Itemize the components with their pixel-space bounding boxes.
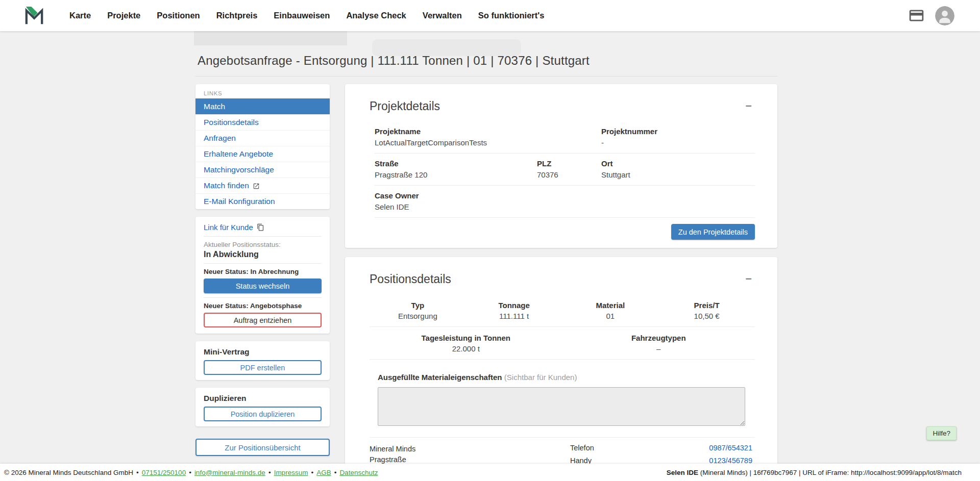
copy-icon: [257, 223, 264, 231]
sidebar-item-email-konfiguration[interactable]: E-Mail Konfiguration: [195, 193, 330, 209]
current-status-label: Aktueller Positionsstatus:: [204, 241, 322, 248]
sidebar-item-label: Erhaltene Angebote: [204, 149, 273, 159]
nav-item-positionen[interactable]: Positionen: [157, 11, 200, 20]
sidebar-item-match-finden[interactable]: Match finden: [195, 178, 330, 193]
external-link-icon: [253, 183, 260, 190]
preis-value: 10,50 €: [658, 312, 755, 320]
current-status-value: In Abwicklung: [204, 250, 322, 259]
footer-agb-link[interactable]: AGB: [316, 469, 331, 476]
status-card: Link für Kunde Aktueller Positionsstatus…: [195, 217, 330, 334]
sidebar-item-label: Match finden: [204, 181, 249, 190]
duplizieren-title: Duplizieren: [204, 394, 322, 403]
plz-value: 70376: [537, 170, 601, 179]
nav-item-projekte[interactable]: Projekte: [107, 11, 140, 20]
material-properties-hint: (Sichtbar für Kunden): [504, 373, 577, 382]
sidebar-item-anfragen[interactable]: Anfragen: [195, 130, 330, 146]
projektnummer-label: Projektnummer: [601, 127, 755, 136]
footer-impressum-link[interactable]: Impressum: [274, 469, 308, 476]
telefon-label: Telefon: [570, 444, 594, 452]
mineral-minds-logo-icon: [23, 6, 45, 26]
nav-item-verwalten[interactable]: Verwalten: [423, 11, 462, 20]
sidebar-item-label: E-Mail Konfiguration: [204, 197, 275, 206]
sidebar-item-match[interactable]: Match: [195, 98, 330, 114]
next-status-section-1: Neuer Status: In Abrechnung Status wechs…: [204, 264, 322, 298]
collapse-icon[interactable]: −: [742, 99, 755, 113]
customer-link[interactable]: Link für Kunde: [204, 222, 322, 237]
sidebar-item-label: Matchingvorschläge: [204, 165, 274, 174]
header-actions: [908, 6, 954, 26]
footer-separator: •: [334, 469, 337, 476]
positionsdetails-card: Positionsdetails − Typ Entsorgung Tonnag…: [345, 257, 777, 481]
footer-separator: •: [268, 469, 271, 476]
fahrzeugtypen-value: –: [562, 344, 755, 353]
auftrag-entziehen-button[interactable]: Auftrag entziehen: [204, 313, 322, 327]
tagesleistung-label: Tagesleistung in Tonnen: [370, 334, 562, 342]
fahrzeugtypen-label: Fahrzeugtypen: [562, 334, 755, 342]
help-button[interactable]: Hilfe?: [926, 426, 957, 440]
sidebar-item-positionsdetails[interactable]: Positionsdetails: [195, 114, 330, 130]
position-row-2: Tagesleistung in Tonnen 22.000 t Fahrzeu…: [370, 327, 755, 360]
case-owner-value: Selen IDE: [375, 202, 755, 211]
page-title-wrap: Angebotsanfrage - Entsorgung | 111.111 T…: [195, 31, 777, 77]
material-value: 01: [562, 312, 659, 320]
current-status-section: Aktueller Positionsstatus: In Abwicklung: [204, 237, 322, 264]
billing-card-icon[interactable]: [908, 7, 925, 24]
footer: © 2026 Mineral Minds Deutschland GmbH • …: [0, 464, 980, 481]
mini-vertrag-card: Mini-Vertrag PDF erstellen: [195, 341, 330, 380]
projektname-label: Projektname: [375, 127, 601, 136]
links-header: LINKS: [195, 87, 330, 98]
nav-item-so-funktionierts[interactable]: So funktioniert's: [478, 11, 545, 20]
projektname-value: LotActualTargetComparisonTests: [375, 138, 601, 147]
footer-session-info: Selen IDE (Mineral Minds) | 16f769bc7967…: [667, 469, 962, 476]
footer-separator: •: [311, 469, 313, 476]
material-properties-textarea[interactable]: [378, 387, 745, 426]
nav-item-einbauweisen[interactable]: Einbauweisen: [274, 11, 330, 20]
ort-label: Ort: [601, 159, 755, 168]
status-wechseln-button[interactable]: Status wechseln: [204, 279, 322, 293]
projektnummer-value: -: [601, 138, 755, 147]
typ-label: Typ: [370, 301, 466, 310]
sidebar-item-label: Match: [204, 102, 225, 111]
typ-value: Entsorgung: [370, 312, 466, 320]
footer-phone-link[interactable]: 07151/250100: [142, 469, 186, 476]
strasse-label: Straße: [375, 159, 537, 168]
customer-link-label: Link für Kunde: [204, 223, 253, 232]
nav-item-analyse-check[interactable]: Analyse Check: [346, 11, 406, 20]
top-nav-bar: Karte Projekte Positionen Richtpreis Ein…: [0, 0, 980, 31]
session-details: (Mineral Minds) | 16f769bc7967 | URL of …: [698, 469, 962, 476]
next-status-label-2: Neuer Status: Angebotsphase: [204, 302, 322, 310]
duplizieren-card: Duplizieren Position duplizieren: [195, 388, 330, 426]
sidebar-item-matchingvorschlaege[interactable]: Matchingvorschläge: [195, 162, 330, 178]
sidebar-item-erhaltene-angebote[interactable]: Erhaltene Angebote: [195, 146, 330, 162]
strasse-value: Pragstraße 120: [375, 170, 537, 179]
footer-datenschutz-link[interactable]: Datenschutz: [339, 469, 378, 476]
user-avatar[interactable]: [935, 6, 954, 26]
zur-positionsuebersicht-button[interactable]: Zur Positionsübersicht: [195, 439, 330, 456]
project-row-1: Projektname LotActualTargetComparisonTes…: [375, 121, 755, 154]
nav-item-karte[interactable]: Karte: [69, 11, 91, 20]
zu-den-projektdetails-button[interactable]: Zu den Projektdetails: [671, 224, 755, 240]
tonnage-value: 111.111 t: [466, 312, 562, 320]
position-duplizieren-button[interactable]: Position duplizieren: [204, 407, 322, 421]
nav-item-richtpreis[interactable]: Richtpreis: [216, 11, 258, 20]
ort-value: Stuttgart: [601, 170, 755, 179]
preis-label: Preis/T: [658, 301, 755, 310]
telefon-link[interactable]: 0987/654321: [709, 444, 752, 452]
sidebar: LINKS Match Positionsdetails Anfragen Er…: [195, 84, 330, 456]
tagesleistung-value: 22.000 t: [370, 344, 562, 353]
project-row-2: Straße Pragstraße 120 PLZ 70376 Ort Stut…: [375, 154, 755, 186]
footer-separator: •: [136, 469, 139, 476]
positionsdetails-title: Positionsdetails: [370, 272, 451, 286]
main-nav: Karte Projekte Positionen Richtpreis Ein…: [69, 11, 544, 20]
pdf-erstellen-button[interactable]: PDF erstellen: [204, 360, 322, 375]
project-row-3: Case Owner Selen IDE: [375, 186, 755, 218]
projektdetails-card: Projektdetails − Projektname LotActualTa…: [345, 84, 777, 248]
page-title: Angebotsanfrage - Entsorgung | 111.111 T…: [198, 54, 775, 68]
mini-vertrag-title: Mini-Vertrag: [204, 347, 322, 357]
position-row-1: Typ Entsorgung Tonnage 111.111 t Materia…: [370, 294, 755, 327]
tonnage-label: Tonnage: [466, 301, 562, 310]
page-content: Angebotsanfrage - Entsorgung | 111.111 T…: [195, 31, 777, 481]
footer-separator: •: [189, 469, 191, 476]
footer-email-link[interactable]: info@mineral-minds.de: [194, 469, 265, 476]
collapse-icon[interactable]: −: [742, 272, 755, 286]
